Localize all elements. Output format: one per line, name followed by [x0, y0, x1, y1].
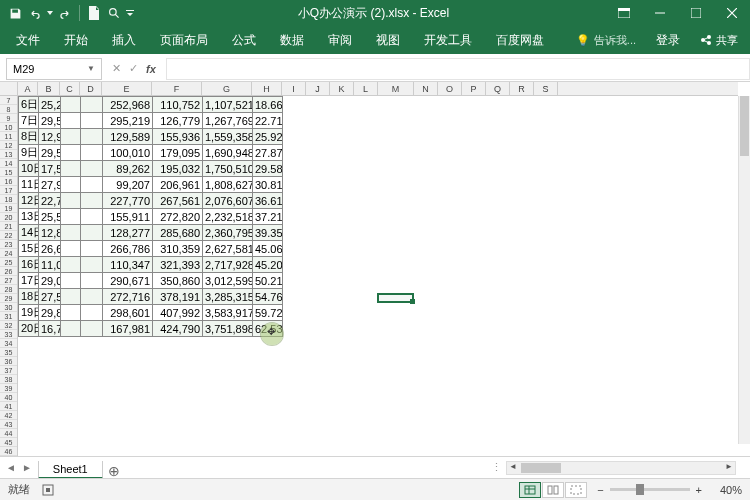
- tell-me-input[interactable]: 💡告诉我...: [568, 33, 644, 48]
- cell[interactable]: [61, 161, 81, 177]
- row-header[interactable]: 16: [0, 177, 17, 186]
- col-header[interactable]: S: [534, 82, 558, 95]
- enter-icon[interactable]: ✓: [129, 62, 138, 75]
- cell[interactable]: [81, 97, 103, 113]
- name-box[interactable]: M29▼: [6, 58, 102, 80]
- cell[interactable]: 126,779: [153, 113, 203, 129]
- chevron-down-icon[interactable]: ▼: [87, 64, 95, 73]
- row-header[interactable]: 19: [0, 204, 17, 213]
- cell[interactable]: 22,777: [39, 193, 61, 209]
- cell[interactable]: 50.21%: [253, 273, 283, 289]
- cell[interactable]: 15日: [19, 241, 39, 257]
- row-header[interactable]: 24: [0, 249, 17, 258]
- cell[interactable]: 17,526: [39, 161, 61, 177]
- col-header[interactable]: M: [378, 82, 414, 95]
- col-header[interactable]: N: [414, 82, 438, 95]
- cell[interactable]: 45.06%: [253, 241, 283, 257]
- cell[interactable]: 16,799: [39, 321, 61, 337]
- undo-icon[interactable]: [26, 4, 44, 22]
- cell[interactable]: 9日: [19, 145, 39, 161]
- cell[interactable]: 7日: [19, 113, 39, 129]
- cell[interactable]: 1,690,948: [203, 145, 253, 161]
- cell[interactable]: 12,959: [39, 129, 61, 145]
- cell[interactable]: [61, 97, 81, 113]
- view-page-break-button[interactable]: [565, 482, 587, 498]
- cell[interactable]: 167,981: [103, 321, 153, 337]
- sheet-last-icon[interactable]: ►: [22, 462, 32, 473]
- row-header[interactable]: 23: [0, 240, 17, 249]
- cell[interactable]: 295,219: [103, 113, 153, 129]
- col-header[interactable]: G: [202, 82, 252, 95]
- cell[interactable]: 29,522: [39, 113, 61, 129]
- row-header[interactable]: 45: [0, 438, 17, 447]
- cell[interactable]: 128,277: [103, 225, 153, 241]
- cell[interactable]: 1,107,521: [203, 97, 253, 113]
- cell[interactable]: [81, 289, 103, 305]
- cell[interactable]: 10日: [19, 161, 39, 177]
- cell[interactable]: 285,680: [153, 225, 203, 241]
- cell[interactable]: 252,968: [103, 97, 153, 113]
- row-header[interactable]: 36: [0, 357, 17, 366]
- cell[interactable]: 25.92%: [253, 129, 283, 145]
- cell[interactable]: 29,860: [39, 305, 61, 321]
- cell[interactable]: 29.58%: [253, 161, 283, 177]
- col-header[interactable]: A: [18, 82, 38, 95]
- row-header[interactable]: 18: [0, 195, 17, 204]
- col-header[interactable]: L: [354, 82, 378, 95]
- row-header[interactable]: 20: [0, 213, 17, 222]
- cell[interactable]: 20日: [19, 321, 39, 337]
- row-header[interactable]: 34: [0, 339, 17, 348]
- cell[interactable]: 298,601: [103, 305, 153, 321]
- col-header[interactable]: E: [102, 82, 152, 95]
- row-header[interactable]: 31: [0, 312, 17, 321]
- minimize-icon[interactable]: [642, 0, 678, 26]
- hscroll-split[interactable]: ⋮: [491, 461, 502, 474]
- hscroll-right-icon[interactable]: ►: [723, 462, 735, 474]
- zoom-in-button[interactable]: +: [696, 484, 702, 496]
- cell[interactable]: [61, 257, 81, 273]
- tab-data[interactable]: 数据: [268, 26, 316, 54]
- ribbon-display-icon[interactable]: [606, 0, 642, 26]
- cell[interactable]: 272,820: [153, 209, 203, 225]
- undo-dropdown-icon[interactable]: [46, 4, 54, 22]
- cell[interactable]: 378,191: [153, 289, 203, 305]
- tab-layout[interactable]: 页面布局: [148, 26, 220, 54]
- row-header[interactable]: 26: [0, 267, 17, 276]
- qat-customize-icon[interactable]: [125, 4, 135, 22]
- cell[interactable]: 2,627,581: [203, 241, 253, 257]
- cell[interactable]: 14日: [19, 225, 39, 241]
- row-header[interactable]: 12: [0, 141, 17, 150]
- row-header[interactable]: 9: [0, 114, 17, 123]
- cell[interactable]: 129,589: [103, 129, 153, 145]
- cell[interactable]: 11,035: [39, 257, 61, 273]
- row-header[interactable]: 37: [0, 366, 17, 375]
- cell[interactable]: 39.35%: [253, 225, 283, 241]
- tab-home[interactable]: 开始: [52, 26, 100, 54]
- cell[interactable]: [81, 113, 103, 129]
- tab-formulas[interactable]: 公式: [220, 26, 268, 54]
- view-normal-button[interactable]: [519, 482, 541, 498]
- tab-view[interactable]: 视图: [364, 26, 412, 54]
- row-header[interactable]: 7: [0, 96, 17, 105]
- row-header[interactable]: 14: [0, 159, 17, 168]
- row-header[interactable]: 11: [0, 132, 17, 141]
- col-header[interactable]: Q: [486, 82, 510, 95]
- cell[interactable]: [81, 257, 103, 273]
- cell[interactable]: 29,067: [39, 273, 61, 289]
- cell[interactable]: 1,808,627: [203, 177, 253, 193]
- cell[interactable]: 37.21%: [253, 209, 283, 225]
- share-button[interactable]: 共享: [692, 33, 746, 48]
- cell[interactable]: 227,770: [103, 193, 153, 209]
- cell[interactable]: 12,828: [39, 225, 61, 241]
- col-header[interactable]: F: [152, 82, 202, 95]
- cell[interactable]: 25,297: [39, 97, 61, 113]
- view-page-layout-button[interactable]: [542, 482, 564, 498]
- row-header[interactable]: 42: [0, 411, 17, 420]
- cell[interactable]: 110,347: [103, 257, 153, 273]
- col-header[interactable]: D: [80, 82, 102, 95]
- cell[interactable]: 155,936: [153, 129, 203, 145]
- close-icon[interactable]: [714, 0, 750, 26]
- cell[interactable]: [61, 321, 81, 337]
- cell[interactable]: [81, 273, 103, 289]
- col-header[interactable]: I: [282, 82, 306, 95]
